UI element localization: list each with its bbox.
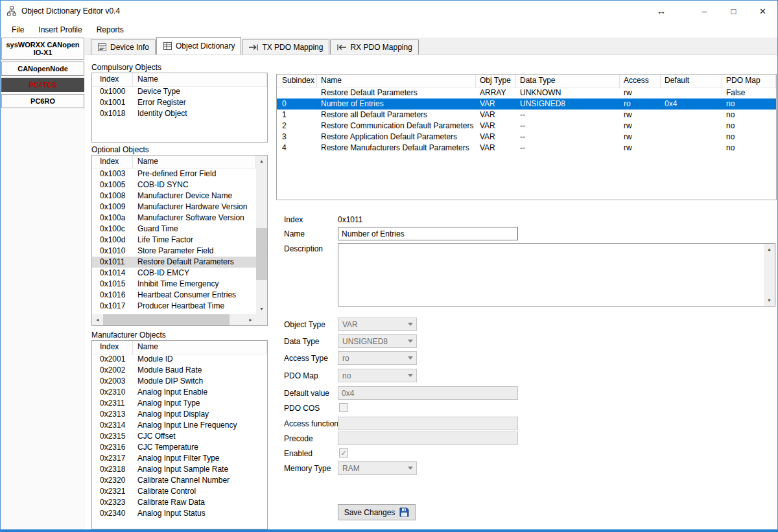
- save-changes-button[interactable]: Save Changes: [338, 504, 416, 520]
- chevron-down-icon: [405, 335, 416, 347]
- list-item[interactable]: 0x2340 Analog Input Status: [92, 508, 267, 519]
- scroll-down-icon[interactable]: ▼: [764, 295, 775, 306]
- enabled-checkbox[interactable]: [339, 448, 348, 457]
- object-dictionary-icon: [163, 41, 172, 51]
- list-item[interactable]: 0x2323 Calibrate Raw Data: [92, 497, 267, 508]
- name-input[interactable]: [338, 227, 518, 240]
- sidebar: sysWORXX CANopen IO-X1CANopenNodePC4TCSP…: [1, 38, 85, 529]
- table-row[interactable]: 4 Restore Manufacturers Default Paramete…: [277, 143, 776, 154]
- list-item[interactable]: 0x1005 COB-ID SYNC: [92, 179, 256, 191]
- default-value-input[interactable]: [338, 386, 518, 400]
- tab-label: TX PDO Mapping: [262, 43, 323, 52]
- close-button[interactable]: ✕: [748, 1, 777, 21]
- pdo-cos-checkbox[interactable]: [339, 403, 348, 412]
- index-value: 0x1011: [338, 215, 362, 224]
- list-item[interactable]: 0x1016 Heartbeat Consumer Entries: [92, 290, 256, 301]
- list-item[interactable]: 0x1017 Producer Heartbeat Time: [92, 301, 256, 312]
- column-header-name[interactable]: Name: [133, 341, 267, 354]
- list-item[interactable]: 0x2311 Analog Input Type: [92, 398, 267, 409]
- pdo-map-dropdown[interactable]: no: [338, 369, 417, 382]
- menu-item[interactable]: Insert Profile: [31, 21, 89, 38]
- scroll-up-icon[interactable]: ▲: [256, 156, 267, 167]
- list-item[interactable]: 0x1014 COB-ID EMCY: [92, 268, 256, 279]
- scroll-up-icon[interactable]: ▲: [764, 244, 775, 255]
- table-header: Subindex Name Obj Type Data Type Access …: [277, 75, 776, 88]
- description-textarea[interactable]: ▲ ▼: [338, 243, 775, 306]
- list-item[interactable]: 0x1010 Store Parameter Field: [92, 246, 256, 257]
- vertical-scrollbar[interactable]: ▲ ▼: [764, 244, 775, 306]
- vertical-scrollbar[interactable]: ▲ ▼: [256, 156, 267, 314]
- list-item[interactable]: 0x2317 Analog Input Filter Type: [92, 453, 267, 464]
- column-header-index[interactable]: Index: [92, 156, 133, 168]
- tab-device-info[interactable]: Device Info: [91, 40, 156, 54]
- sidebar-item[interactable]: PC4TCS: [1, 78, 84, 92]
- list-item[interactable]: 0x1015 Inhibit Time Emergency: [92, 279, 256, 290]
- list-item[interactable]: 0x100c Guard Time: [92, 224, 256, 235]
- tab-object-dictionary[interactable]: Object Dictionary: [156, 37, 241, 54]
- column-header-obj-type[interactable]: Obj Type: [476, 75, 516, 87]
- access-function-input[interactable]: [338, 417, 518, 430]
- list-item[interactable]: 0x2313 Analog Input Display: [92, 409, 267, 420]
- list-item[interactable]: 0x2315 CJC Offset: [92, 431, 267, 442]
- column-header-pdo-map[interactable]: PDO Map: [722, 75, 776, 87]
- horizontal-scrollbar[interactable]: ◄ ►: [92, 314, 256, 325]
- index-label: Index: [284, 215, 303, 224]
- object-dictionary-panel: Compulsory Objects Index Name 0x1000 Dev…: [85, 54, 777, 529]
- minimize-button[interactable]: –: [690, 1, 719, 21]
- memory-type-value: RAM: [342, 464, 360, 473]
- table-row[interactable]: 1 Restore all Default Parameters VAR -- …: [277, 110, 776, 121]
- table-row[interactable]: Restore Default Parameters ARRAY UNKNOWN…: [277, 87, 776, 98]
- list-item[interactable]: 0x2320 Calibrate Channel Number: [92, 475, 267, 486]
- maximize-button[interactable]: □: [719, 1, 748, 21]
- table-row[interactable]: 2 Restore Communication Default Paramete…: [277, 121, 776, 132]
- sidebar-item[interactable]: CANopenNode: [1, 62, 84, 76]
- column-header-name[interactable]: Name: [133, 156, 256, 168]
- list-item[interactable]: 0x2003 Module DIP Switch: [92, 376, 267, 387]
- column-header-data-type[interactable]: Data Type: [516, 75, 620, 87]
- column-header-default[interactable]: Default: [661, 75, 722, 87]
- list-item[interactable]: 0x2318 Analog Input Sample Rate: [92, 464, 267, 475]
- scroll-right-icon[interactable]: ►: [245, 314, 256, 325]
- scroll-down-icon[interactable]: ▼: [256, 303, 267, 314]
- list-item[interactable]: 0x1018 Identity Object: [92, 108, 267, 119]
- memory-type-dropdown[interactable]: RAM: [338, 461, 417, 475]
- list-item[interactable]: 0x2002 Module Baud Rate: [92, 365, 267, 376]
- scroll-left-icon[interactable]: ◄: [92, 314, 103, 325]
- list-item[interactable]: 0x1011 Restore Default Parameters: [92, 257, 256, 268]
- sidebar-item[interactable]: sysWORXX CANopen IO-X1: [1, 38, 84, 60]
- table-row[interactable]: 0 Number of Entries VAR UNSIGNED8 ro 0x4…: [277, 98, 776, 110]
- list-item[interactable]: 0x2001 Module ID: [92, 354, 267, 365]
- column-header-subindex[interactable]: Subindex: [277, 75, 317, 87]
- list-item[interactable]: 0x100d Life Time Factor: [92, 235, 256, 246]
- scrollbar-thumb[interactable]: [256, 228, 267, 280]
- table-row[interactable]: 3 Restore Application Default Parameters…: [277, 132, 776, 143]
- tab-rx-pdo-mapping[interactable]: RX PDO Mapping: [330, 40, 418, 54]
- tab-tx-pdo-mapping[interactable]: TX PDO Mapping: [242, 40, 329, 54]
- column-header-name[interactable]: Name: [133, 73, 267, 86]
- column-header-access[interactable]: Access: [620, 75, 661, 87]
- data-type-dropdown[interactable]: UNSIGNED8: [338, 334, 417, 348]
- list-item[interactable]: 0x1000 Device Type: [92, 86, 267, 97]
- column-header-name[interactable]: Name: [317, 75, 476, 87]
- list-item[interactable]: 0x1003 Pre-defined Error Field: [92, 168, 256, 179]
- object-type-dropdown[interactable]: VAR: [338, 318, 417, 331]
- scrollbar-thumb[interactable]: [103, 314, 230, 325]
- list-item[interactable]: 0x2310 Analog Input Enable: [92, 387, 267, 398]
- access-type-dropdown[interactable]: ro: [338, 351, 417, 365]
- menu-item[interactable]: Reports: [89, 21, 131, 38]
- resize-icon[interactable]: ↔: [648, 1, 674, 21]
- app-icon: [6, 6, 17, 16]
- precode-input[interactable]: [338, 432, 518, 445]
- list-item[interactable]: 0x100a Manufacturer Software Version: [92, 213, 256, 224]
- list-item[interactable]: 0x1008 Manufacturer Device Name: [92, 191, 256, 202]
- tab-strip: Device Info Object Dictionary TX PDO Map…: [85, 38, 777, 54]
- list-item[interactable]: 0x1009 Manufacturer Hardware Version: [92, 202, 256, 213]
- list-item[interactable]: 0x2321 Calibrate Control: [92, 486, 267, 497]
- column-header-index[interactable]: Index: [92, 341, 133, 354]
- column-header-index[interactable]: Index: [92, 73, 133, 86]
- list-item[interactable]: 0x2316 CJC Temperature: [92, 442, 267, 453]
- list-item[interactable]: 0x2314 Analog Input Line Frequency: [92, 420, 267, 431]
- list-item[interactable]: 0x1001 Error Register: [92, 97, 267, 108]
- sidebar-item[interactable]: PC6RO: [1, 94, 84, 108]
- menu-item[interactable]: File: [5, 21, 31, 38]
